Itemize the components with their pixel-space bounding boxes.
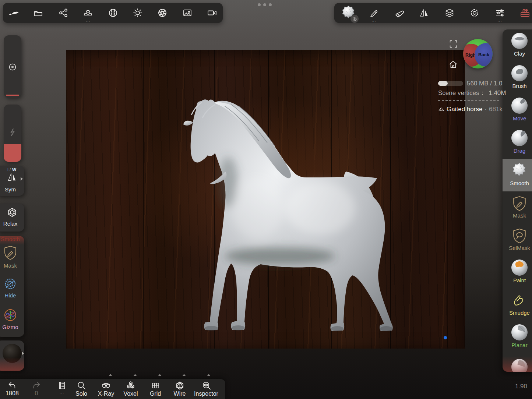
sym-mode-suffix: W xyxy=(12,167,16,172)
material-bricks-icon[interactable]: … xyxy=(80,4,96,21)
intensity-slider-value xyxy=(4,144,21,162)
gizmo-quick-button[interactable]: Gizmo xyxy=(0,308,21,330)
tool-smooth[interactable]: Smooth xyxy=(503,159,532,191)
tool-sidebar: Clay Brush Move Drag Smooth xyxy=(503,29,532,372)
wire-caret[interactable] xyxy=(182,374,186,376)
inspector-toggle[interactable]: Inspector xyxy=(192,381,220,397)
flatten-tool-icon xyxy=(511,359,528,372)
xray-toggle[interactable]: X-Ray xyxy=(94,381,118,397)
fabric-sphere-icon[interactable] xyxy=(105,4,121,21)
sym-label: Sym xyxy=(0,186,21,193)
background-image-icon[interactable] xyxy=(179,4,196,21)
xray-caret[interactable] xyxy=(109,374,112,376)
tool-clay[interactable]: Clay xyxy=(503,29,532,62)
video-camera-icon[interactable] xyxy=(204,4,221,21)
relax-label: Relax xyxy=(0,220,21,227)
object-bricks-icon xyxy=(438,106,444,113)
tool-label: Mask xyxy=(513,212,526,219)
tool-label: SelMask xyxy=(509,245,530,251)
tool-brush[interactable]: Brush xyxy=(503,62,532,94)
files-folder-icon[interactable] xyxy=(30,4,47,21)
grid-caret[interactable] xyxy=(158,374,162,376)
tool-smudge[interactable]: Smudge xyxy=(503,289,532,321)
tool-paint[interactable]: Paint xyxy=(503,256,532,289)
tool-selmask[interactable]: SelMask xyxy=(503,224,532,256)
more-indicator: … xyxy=(371,19,376,22)
tool-planar[interactable]: Planar xyxy=(503,321,532,353)
layers-icon[interactable] xyxy=(441,4,458,21)
intensity-slider[interactable] xyxy=(4,105,21,162)
memory-bar-fill xyxy=(438,81,448,86)
home-view-button[interactable] xyxy=(448,60,458,71)
material-sphere[interactable] xyxy=(3,344,22,363)
solo-toggle[interactable]: Solo xyxy=(69,381,94,397)
symmetry-panel[interactable]: L/ W Sym xyxy=(0,166,24,196)
undo-button[interactable]: 1808 xyxy=(0,381,24,397)
tool-label: Paint xyxy=(513,277,526,283)
voxel-caret[interactable] xyxy=(133,374,137,376)
paint-tool-icon xyxy=(511,259,528,276)
sym-mode-prefix: L/ xyxy=(7,167,11,172)
viewport-canvas[interactable] xyxy=(66,50,465,349)
inspector-caret[interactable] xyxy=(207,374,211,376)
radius-slider[interactable] xyxy=(4,35,21,98)
grid-toggle[interactable]: Grid xyxy=(143,381,168,397)
redo-button[interactable]: 0 xyxy=(24,381,49,397)
material-expand-arrow[interactable] xyxy=(22,352,24,355)
gizmo-axes-icon xyxy=(3,308,17,322)
redo-count: 0 xyxy=(35,390,38,397)
drag-tool-icon xyxy=(511,130,528,146)
object-row[interactable]: Gaited horse · 681k xyxy=(438,106,503,113)
orientation-gizmo[interactable]: Right Back xyxy=(463,39,493,68)
material-panel[interactable] xyxy=(0,340,24,371)
tool-drag[interactable]: Drag xyxy=(503,127,532,159)
tool-label: Clay xyxy=(514,50,525,57)
tool-settings-gear-badge[interactable] xyxy=(350,15,359,23)
camera-aperture-icon[interactable] xyxy=(154,4,171,21)
scene-vertices-value: 1.40M xyxy=(489,89,506,96)
mask-shield-icon xyxy=(4,246,17,260)
mask-quick-button[interactable]: Mask xyxy=(0,246,21,269)
mask-quick-label: Mask xyxy=(0,262,21,269)
object-separator: · xyxy=(485,106,487,113)
toolbox-icon[interactable] xyxy=(517,4,532,21)
horse-model[interactable] xyxy=(66,50,465,349)
alt-tool-label: Smooth xyxy=(1,236,20,242)
object-vertex-count: 681k xyxy=(489,106,503,113)
active-tool-sphere-icon[interactable] xyxy=(340,4,357,21)
hide-dots-icon xyxy=(3,277,17,290)
scene-graph-icon[interactable] xyxy=(55,4,72,21)
smooth-tool-icon xyxy=(511,162,528,179)
painting-brush-icon[interactable] xyxy=(391,4,408,21)
nomad-sculpt-app: { "ui": { "more": "…" }, "top_left_toolb… xyxy=(0,0,532,399)
sym-expand-arrow[interactable] xyxy=(21,177,23,181)
voxel-toggle[interactable]: Voxel xyxy=(119,381,143,397)
tool-mask[interactable]: Mask xyxy=(503,191,532,224)
mask-tool-icon xyxy=(511,195,528,212)
app-logo-icon[interactable] xyxy=(5,4,22,21)
radius-slider-value xyxy=(6,95,19,96)
hide-quick-button[interactable]: Hide xyxy=(0,277,21,299)
symmetry-icon[interactable] xyxy=(416,4,433,21)
multitask-handle[interactable] xyxy=(258,3,275,6)
planar-tool-icon xyxy=(511,324,528,340)
undo-count: 1808 xyxy=(6,390,19,397)
interface-sliders-icon[interactable]: … xyxy=(492,4,508,21)
top-right-toolbar: … … xyxy=(334,3,532,23)
more-indicator: … xyxy=(85,19,91,22)
wire-toggle[interactable]: Wire xyxy=(168,381,192,397)
tool-partial[interactable] xyxy=(503,353,532,372)
solo-label: Solo xyxy=(75,391,87,397)
lighting-sun-icon[interactable] xyxy=(129,4,146,21)
relax-button[interactable]: Relax xyxy=(0,204,24,232)
voxel-label: Voxel xyxy=(123,391,138,397)
fullscreen-button[interactable] xyxy=(449,39,458,50)
stylus-pencil-icon[interactable]: … xyxy=(365,4,382,21)
radius-icon xyxy=(8,62,17,72)
tool-label: Move xyxy=(513,115,526,121)
info-divider xyxy=(438,100,499,101)
gizmo-quick-label: Gizmo xyxy=(0,324,21,330)
tool-label: Smudge xyxy=(509,310,530,316)
settings-gear-icon[interactable] xyxy=(466,4,483,21)
tool-move[interactable]: Move xyxy=(503,94,532,127)
